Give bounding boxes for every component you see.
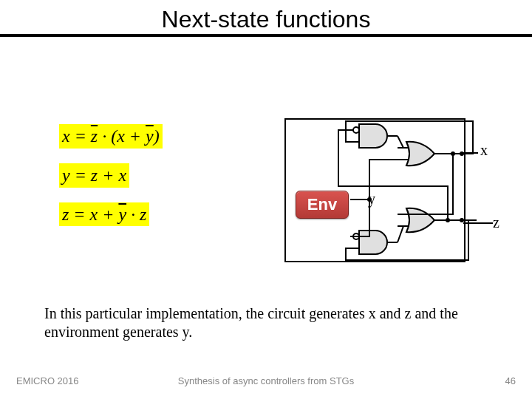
slide-title: Next-state functions [0, 6, 532, 33]
footer: EMICRO 2016 Synthesis of async controlle… [0, 375, 532, 390]
equation-z: z = x + y · z [59, 202, 149, 227]
footer-center: Synthesis of async controllers from STGs [0, 375, 532, 386]
svg-line-16 [398, 226, 403, 242]
env-block: Env [296, 191, 349, 219]
caption-text: In this particular implementation, the c… [44, 304, 488, 341]
slide-title-area: Next-state functions [0, 0, 532, 37]
svg-line-7 [398, 136, 403, 148]
svg-point-20 [451, 151, 455, 156]
z-output-wire [463, 220, 493, 226]
signal-z-label: z [493, 214, 499, 231]
equation-x: x = z · (x + y) [59, 124, 163, 149]
equations-block: x = z · (x + y) y = z + x z = x + y · z [59, 124, 163, 241]
x-output-wire [463, 150, 485, 156]
svg-point-2 [353, 127, 359, 133]
footer-page: 46 [505, 375, 516, 386]
equation-y: y = z + x [59, 163, 129, 188]
svg-point-21 [446, 218, 450, 222]
signal-y-label: y [368, 191, 375, 208]
